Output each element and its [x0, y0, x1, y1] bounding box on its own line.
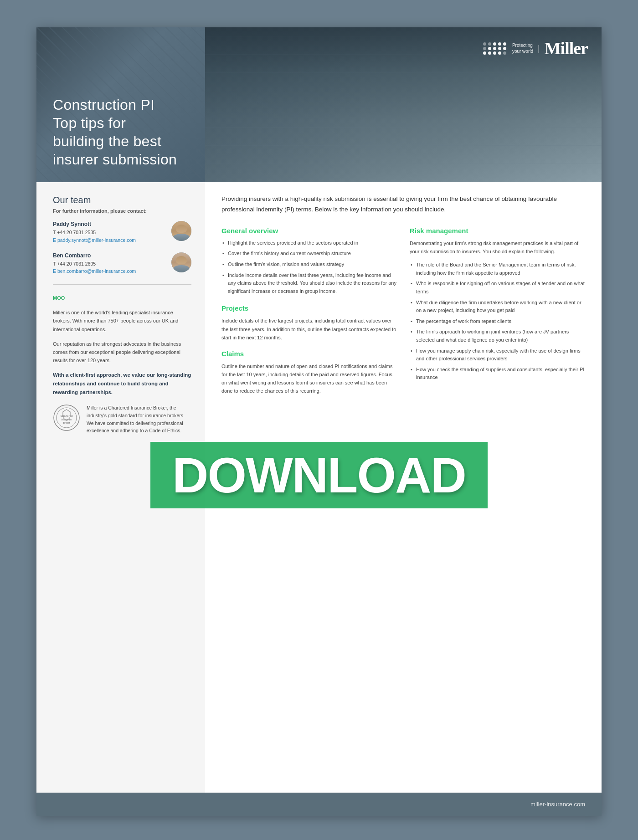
- bullet-item: Highlight the services provided and the …: [221, 239, 397, 247]
- bullet-item: Who is responsible for signing off on va…: [410, 280, 585, 296]
- miller-brand-name: Miller: [545, 38, 588, 58]
- bullet-item: The role of the Board and the Senior Man…: [410, 261, 585, 277]
- left-grid-col: General overview Highlight the services …: [221, 227, 397, 395]
- miller-logo-text: Protecting your world | Miller: [512, 38, 588, 58]
- contact-phone-2: T +44 20 7031 2605: [53, 260, 167, 268]
- dot: [498, 51, 501, 55]
- svg-point-1: [57, 408, 77, 428]
- dot: [503, 47, 506, 50]
- contact-email-2: E ben.combarro@miller-insurance.com: [53, 267, 167, 275]
- main-title: Construction PI Top tips for building th…: [53, 96, 189, 169]
- bullet-item: The firm's approach to working in joint …: [410, 328, 585, 344]
- bullet-item: The percentage of work from repeat clien…: [410, 318, 585, 326]
- contact-person-2: Ben Combarro T +44 20 7031 2605 E ben.co…: [53, 252, 191, 276]
- bullet-item: Include income details over the last thr…: [221, 271, 397, 296]
- chartered-logo-icon: Chartered Insurance Broker: [53, 404, 80, 431]
- dot: [493, 42, 496, 46]
- dot: [498, 42, 501, 46]
- top-left-panel: Construction PI Top tips for building th…: [36, 27, 205, 182]
- chartered-text: Miller is a Chartered Insurance Broker, …: [87, 404, 191, 435]
- sections-grid: General overview Highlight the services …: [221, 227, 585, 395]
- logo-dots: [483, 42, 507, 55]
- about-bold-text: With a client-first approach, we value o…: [53, 371, 191, 397]
- svg-point-0: [54, 405, 79, 430]
- miller-logo-block: Protecting your world | Miller: [483, 38, 588, 58]
- bullet-item: How you manage supply chain risk, especi…: [410, 347, 585, 363]
- right-column: Providing insurers with a high-quality r…: [205, 182, 602, 793]
- title-block: Construction PI Top tips for building th…: [53, 96, 189, 169]
- contact-name-1: Paddy Synnott: [53, 221, 167, 227]
- bullet-item: Cover the firm's history and current own…: [221, 250, 397, 258]
- dot: [483, 47, 486, 50]
- contact-info-1: Paddy Synnott T +44 20 7031 2535 E paddy…: [53, 221, 167, 244]
- avatar-1: [171, 221, 191, 241]
- about-paragraph-2: Miller is one of the world's leading spe…: [53, 308, 191, 333]
- document-page: Construction PI Top tips for building th…: [36, 27, 602, 816]
- contact-info-2: Ben Combarro T +44 20 7031 2605 E ben.co…: [53, 252, 167, 276]
- intro-paragraph: Providing insurers with a high-quality r…: [221, 194, 585, 215]
- bullet-item: Outline the firm's vision, mission and v…: [221, 261, 397, 269]
- svg-text:Broker: Broker: [63, 421, 70, 424]
- contact-person-1: Paddy Synnott T +44 20 7031 2535 E paddy…: [53, 221, 191, 244]
- avatar-face-1: [171, 221, 191, 241]
- right-grid-col: Risk management Demonstrating your firm'…: [410, 227, 585, 395]
- projects-heading: Projects: [221, 304, 397, 312]
- bullet-item: What due diligence the firm undertakes b…: [410, 299, 585, 315]
- contact-email-1: E paddy.synnott@miller-insurance.com: [53, 236, 167, 244]
- general-overview-heading: General overview: [221, 227, 397, 235]
- top-section: Construction PI Top tips for building th…: [36, 27, 602, 182]
- projects-section: Projects Include details of the five lar…: [221, 304, 397, 341]
- dot: [488, 51, 491, 55]
- dot: [503, 42, 506, 46]
- avatar-face-2: [171, 252, 191, 272]
- contact-name-2: Ben Combarro: [53, 252, 167, 259]
- left-column: Our team For further information, please…: [36, 182, 205, 793]
- dot: [493, 51, 496, 55]
- projects-text: Include details of the five largest proj…: [221, 317, 397, 341]
- claims-heading: Claims: [221, 350, 397, 358]
- contact-label: For further information, please contact:: [53, 208, 191, 214]
- risk-management-heading: Risk management: [410, 227, 585, 235]
- dot: [483, 42, 486, 46]
- dot: [498, 47, 501, 50]
- protecting-label: Protecting your world: [512, 42, 533, 54]
- dot: [488, 47, 491, 50]
- svg-text:Chartered: Chartered: [61, 415, 73, 417]
- dot: [488, 42, 491, 46]
- about-paragraph-1: MOO: [53, 294, 191, 302]
- contact-phone-1: T +44 20 7031 2535: [53, 229, 167, 236]
- claims-text: Outline the number and nature of open an…: [221, 362, 397, 395]
- main-content: Our team For further information, please…: [36, 182, 602, 793]
- avatar-2: [171, 252, 191, 272]
- miller-logo-dots-grid: [483, 42, 507, 55]
- dot: [503, 51, 506, 55]
- protecting-row: Protecting your world | Miller: [512, 38, 588, 58]
- top-right-panel: Protecting your world | Miller: [205, 27, 602, 182]
- dot: [483, 51, 486, 55]
- risk-management-list: The role of the Board and the Senior Man…: [410, 261, 585, 382]
- risk-mgmt-intro: Demonstrating your firm's strong risk ma…: [410, 239, 585, 256]
- our-team-heading: Our team: [53, 195, 191, 205]
- dot: [493, 47, 496, 50]
- chartered-block: Chartered Insurance Broker Miller is a C…: [53, 404, 191, 435]
- divider: [53, 284, 191, 285]
- bullet-item: How you check the standing of suppliers …: [410, 366, 585, 382]
- footer: miller-insurance.com: [36, 793, 602, 816]
- about-paragraph-3: Our reputation as the strongest advocate…: [53, 340, 191, 364]
- claims-section: Claims Outline the number and nature of …: [221, 350, 397, 395]
- general-overview-list: Highlight the services provided and the …: [221, 239, 397, 296]
- footer-url: miller-insurance.com: [530, 801, 585, 808]
